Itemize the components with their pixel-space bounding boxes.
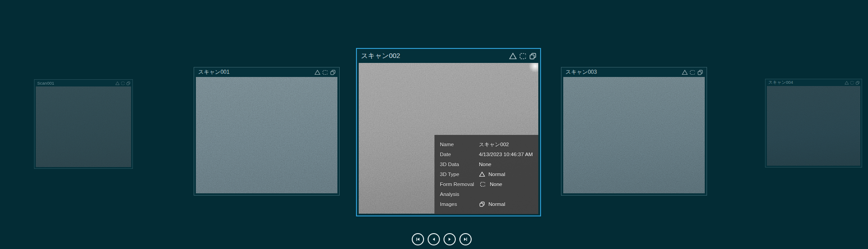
tooltip-value-text: Normal [488, 172, 505, 177]
scan-card-title: スキャン001 [198, 68, 229, 76]
form-removal-icon [519, 52, 527, 60]
3d-type-triangle-icon [682, 69, 688, 76]
tooltip-row-date: Date 4/13/2023 10:46:37 AM [440, 149, 538, 159]
tooltip-label: Name [440, 142, 479, 147]
images-icon [855, 81, 860, 85]
images-icon [697, 69, 703, 76]
3d-type-triangle-icon [314, 69, 321, 76]
triangle-icon [479, 171, 485, 177]
tooltip-value: Normal [479, 201, 505, 207]
scan-card-titlebar: Scan001 [34, 80, 132, 86]
tooltip-value-text: None [490, 182, 502, 187]
tooltip-row-name: Name スキャン002 [440, 139, 538, 149]
scan-card-scan001[interactable]: Scan001 [34, 79, 133, 169]
skip-first-icon [415, 236, 421, 242]
tooltip-label: Images [440, 201, 479, 207]
tooltip-label: 3D Data [440, 162, 479, 167]
images-icon [479, 201, 485, 207]
scan-card-titlebar: スキャン002 [357, 49, 540, 63]
next-icon [447, 236, 453, 242]
images-icon [330, 69, 336, 76]
tooltip-label: Form Removal [440, 182, 479, 187]
images-icon [529, 52, 537, 60]
tooltip-value: None [479, 162, 492, 167]
scan-thumbnail [196, 77, 337, 193]
scan-status-icons [509, 52, 537, 60]
tooltip-label: Date [440, 152, 479, 157]
scan-noise-texture [36, 86, 131, 167]
scan-card-title: スキャン003 [566, 68, 597, 76]
tooltip-label: 3D Type [440, 172, 479, 177]
form-removal-icon [850, 81, 854, 85]
tooltip-value: 4/13/2023 10:46:37 AM [479, 152, 533, 157]
previous-icon [431, 236, 437, 242]
scan-card-scan001-jp[interactable]: スキャン001 [194, 67, 340, 196]
3d-type-triangle-icon [509, 52, 517, 60]
scan-card-scan003[interactable]: スキャン003 [561, 67, 707, 196]
tooltip-row-form-removal: Form Removal None [440, 179, 538, 189]
scan-card-titlebar: スキャン001 [194, 67, 339, 77]
scan-status-icons [844, 81, 860, 85]
tooltip-row-analysis: Analysis [440, 189, 538, 199]
skip-last-button[interactable] [459, 233, 472, 245]
tooltip-value: スキャン002 [479, 141, 509, 148]
scan-card-scan004[interactable]: スキャン004 [765, 79, 862, 168]
previous-button[interactable] [428, 233, 440, 245]
scan-status-icons [115, 81, 131, 86]
skip-first-button[interactable] [412, 233, 424, 245]
scan-noise-texture [563, 77, 705, 193]
scan-status-icons [314, 69, 336, 76]
scan-thumbnail [36, 86, 131, 167]
tooltip-row-3d-data: 3D Data None [440, 159, 538, 169]
scan-card-title: スキャン002 [361, 52, 400, 60]
tooltip-value-text: Normal [488, 201, 505, 207]
tooltip-row-images: Images Normal [440, 199, 538, 209]
scan-noise-texture [196, 77, 337, 193]
scan-card-titlebar: スキャン003 [561, 67, 707, 77]
scan-highlight [528, 63, 538, 73]
scan-card-title: Scan001 [37, 81, 54, 86]
scan-card-titlebar: スキャン004 [766, 79, 862, 86]
3d-type-triangle-icon [844, 81, 849, 85]
scan-card-title: スキャン004 [768, 80, 793, 86]
skip-last-icon [463, 236, 468, 242]
3d-type-triangle-icon [115, 81, 120, 86]
scan-info-tooltip: Name スキャン002 Date 4/13/2023 10:46:37 AM … [434, 135, 538, 214]
scan-status-icons [682, 69, 703, 76]
form-removal-icon [479, 181, 487, 187]
tooltip-label: Analysis [440, 192, 479, 197]
images-icon [126, 81, 131, 86]
carousel-navigation [412, 233, 472, 245]
next-button[interactable] [444, 233, 456, 245]
form-removal-icon [121, 81, 125, 86]
tooltip-row-3d-type: 3D Type Normal [440, 169, 538, 179]
scan-thumbnail [767, 86, 860, 166]
scan-carousel: Scan001 スキャン001 スキャン002 [0, 0, 868, 249]
scan-thumbnail [563, 77, 705, 193]
form-removal-icon [689, 69, 696, 76]
tooltip-value: None [479, 181, 502, 187]
scan-noise-texture [767, 86, 860, 166]
tooltip-value: Normal [479, 171, 505, 177]
form-removal-icon [322, 69, 328, 76]
